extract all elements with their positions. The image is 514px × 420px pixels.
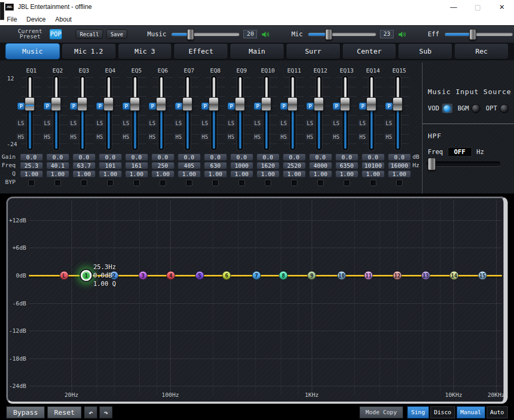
gain-value-box[interactable]: 0.0: [230, 153, 253, 161]
minimize-button[interactable]: —: [441, 0, 466, 14]
gain-slider[interactable]: [105, 75, 112, 151]
gain-value-box[interactable]: 0.0: [99, 153, 122, 161]
freq-value-box[interactable]: 1000: [230, 162, 253, 169]
hpf-slider-handle[interactable]: [428, 158, 436, 170]
gain-slider-handle[interactable]: [156, 97, 166, 111]
gain-value-box[interactable]: 0.0: [335, 153, 358, 161]
gain-slider[interactable]: [394, 75, 401, 151]
peak-filter-button[interactable]: P: [201, 103, 209, 110]
freq-value-box[interactable]: 630: [204, 162, 227, 169]
gain-slider-handle[interactable]: [366, 97, 376, 111]
high-shelf-button[interactable]: HS: [16, 133, 26, 140]
freq-value-box[interactable]: 6350: [335, 162, 358, 169]
low-shelf-button[interactable]: LS: [200, 119, 210, 127]
mode-button[interactable]: Auto: [487, 406, 508, 418]
menu-item[interactable]: Device: [22, 14, 50, 25]
bypass-checkbox[interactable]: [212, 180, 219, 186]
q-value-box[interactable]: 1.00: [151, 170, 174, 178]
gain-value-box[interactable]: 0.0: [388, 153, 411, 161]
gain-slider-handle[interactable]: [287, 97, 297, 111]
eq-curve-marker[interactable]: 11: [364, 271, 373, 280]
gain-slider-handle[interactable]: [25, 97, 35, 111]
freq-value-box[interactable]: 1620: [256, 162, 280, 169]
gain-slider[interactable]: [289, 75, 296, 151]
bypass-checkbox[interactable]: [291, 180, 297, 186]
q-value-box[interactable]: 1.00: [335, 170, 358, 178]
reset-button[interactable]: Reset: [47, 406, 81, 418]
eq-curve-marker[interactable]: L: [59, 271, 68, 280]
peak-filter-button[interactable]: P: [385, 103, 393, 110]
gain-value-box[interactable]: 0.0: [362, 153, 385, 161]
peak-filter-button[interactable]: P: [333, 103, 341, 110]
gain-slider[interactable]: [342, 75, 348, 151]
bypass-checkbox[interactable]: [396, 180, 403, 186]
gain-value-box[interactable]: 0.0: [283, 153, 306, 161]
freq-value-box[interactable]: 101: [99, 162, 122, 169]
gain-slider-handle[interactable]: [51, 97, 61, 111]
eq-curve-marker[interactable]: 13: [422, 271, 430, 280]
high-shelf-button[interactable]: HS: [43, 133, 52, 140]
peak-filter-button[interactable]: P: [359, 103, 367, 110]
radio-button-selected[interactable]: [442, 104, 453, 113]
peak-filter-button[interactable]: P: [70, 103, 78, 110]
bypass-checkbox[interactable]: [107, 180, 114, 186]
channel-tab[interactable]: Sub: [398, 43, 453, 59]
eq-curve-marker[interactable]: 3: [138, 271, 147, 280]
gain-value-box[interactable]: 0.0: [125, 153, 148, 161]
freq-value-box[interactable]: 2520: [283, 162, 306, 169]
q-value-box[interactable]: 1.00: [362, 170, 385, 178]
gain-value-box[interactable]: 0.0: [20, 153, 43, 161]
eq-curve-marker[interactable]: 10: [337, 271, 346, 280]
speaker-icon[interactable]: [397, 30, 408, 39]
eq-curve-marker[interactable]: 7: [252, 271, 261, 280]
freq-value-box[interactable]: 4000: [309, 162, 332, 169]
undo-icon[interactable]: ↶: [84, 406, 97, 418]
volume-slider[interactable]: [445, 33, 513, 36]
low-shelf-button[interactable]: LS: [358, 119, 367, 127]
q-value-box[interactable]: 1.00: [388, 170, 411, 178]
gain-value-box[interactable]: 0.0: [46, 153, 69, 161]
q-value-box[interactable]: 1.00: [178, 170, 201, 178]
menu-item[interactable]: About: [50, 14, 76, 25]
mode-copy-button[interactable]: Mode Copy: [359, 406, 404, 418]
bypass-checkbox[interactable]: [239, 180, 245, 186]
eq-curve-marker[interactable]: 4: [167, 271, 176, 280]
gain-slider[interactable]: [184, 75, 191, 151]
eq-curve-marker[interactable]: 8: [279, 271, 288, 280]
low-shelf-button[interactable]: LS: [16, 119, 26, 127]
gain-slider[interactable]: [237, 75, 243, 151]
q-value-box[interactable]: 1.00: [99, 170, 122, 178]
gain-slider[interactable]: [26, 75, 33, 151]
gain-slider[interactable]: [53, 75, 59, 151]
freq-value-box[interactable]: 25.3: [20, 162, 43, 169]
low-shelf-button[interactable]: LS: [69, 119, 78, 127]
bypass-checkbox[interactable]: [344, 180, 350, 186]
peak-filter-button[interactable]: P: [149, 103, 157, 110]
bypass-checkbox[interactable]: [55, 180, 61, 186]
peak-filter-button[interactable]: P: [122, 103, 130, 110]
bypass-checkbox[interactable]: [186, 180, 192, 186]
low-shelf-button[interactable]: LS: [227, 119, 236, 127]
gain-slider[interactable]: [79, 75, 86, 151]
freq-value-box[interactable]: 40.1: [46, 162, 69, 169]
channel-tab[interactable]: Mic 3: [118, 43, 172, 59]
low-shelf-button[interactable]: LS: [121, 119, 131, 127]
gain-slider[interactable]: [131, 75, 138, 151]
bypass-checkbox[interactable]: [28, 180, 35, 186]
gain-slider-handle[interactable]: [182, 97, 192, 111]
low-shelf-button[interactable]: LS: [279, 119, 289, 127]
high-shelf-button[interactable]: HS: [305, 133, 315, 140]
peak-filter-button[interactable]: P: [44, 103, 52, 110]
mode-button[interactable]: Sing: [407, 406, 429, 418]
eq-curve-marker[interactable]: 5: [195, 271, 204, 280]
gain-slider[interactable]: [210, 75, 217, 151]
bypass-checkbox[interactable]: [160, 180, 166, 186]
graph-plot-area[interactable]: L12345678910111213141525.3Hz 0.0dB 1.00 …: [29, 200, 502, 388]
menu-item[interactable]: File: [2, 14, 22, 25]
mode-button[interactable]: Disco: [430, 406, 455, 418]
high-shelf-button[interactable]: HS: [358, 133, 367, 140]
channel-tab[interactable]: Rec: [454, 43, 509, 59]
high-shelf-button[interactable]: HS: [227, 133, 236, 140]
peak-filter-button[interactable]: P: [96, 103, 104, 110]
save-button[interactable]: Save: [106, 29, 127, 39]
